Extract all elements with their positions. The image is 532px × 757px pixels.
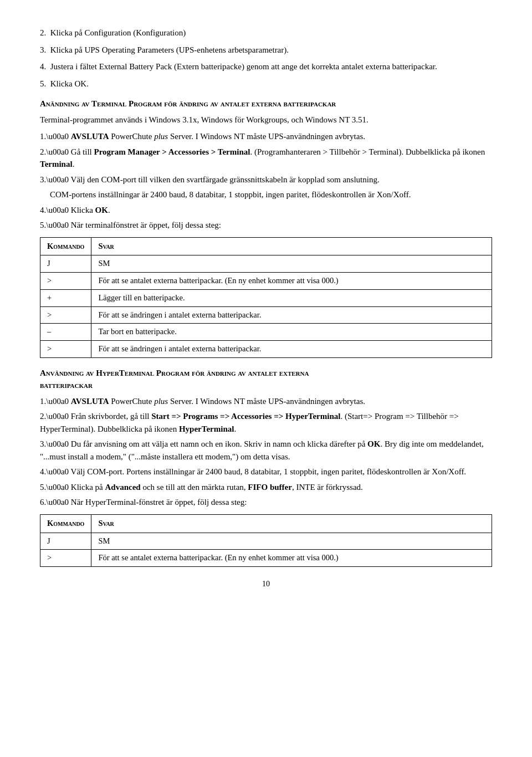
section2-step5: 5.\u00a0 Klicka på Advanced och se till … — [40, 481, 492, 494]
section1-heading: Anändning av Terminal Program för ändrin… — [40, 98, 492, 110]
step-2: 2. Klicka på Configuration (Konfiguratio… — [40, 27, 492, 39]
cmd-cell: J — [40, 533, 91, 550]
section2-table: Kommando Svar J SM > För att se antalet … — [40, 514, 492, 567]
section1-step5: 5.\u00a0 När terminalfönstret är öppet, … — [40, 219, 492, 232]
section1-step3: 3.\u00a0 Välj den COM-port till vilken d… — [40, 173, 492, 186]
section1-table: Kommando Svar J SM > För att se antalet … — [40, 237, 492, 358]
section1-step4: 4.\u00a0 Klicka OK. — [40, 204, 492, 217]
cmd-cell: > — [40, 550, 91, 567]
resp-cell: Lägger till en batteripacke. — [91, 289, 492, 306]
table-row: > För att se ändringen i antalet externa… — [40, 306, 492, 324]
resp-cell: För att se ändringen i antalet externa b… — [91, 341, 492, 358]
resp-cell: Tar bort en batteripacke. — [91, 324, 492, 341]
section1-steps: 1.\u00a0 AVSLUTA PowerChute plus Server.… — [40, 130, 492, 232]
table-row: J SM — [40, 255, 492, 273]
document-content: 2. Klicka på Configuration (Konfiguratio… — [40, 27, 492, 590]
table2-col1-header: Kommando — [40, 514, 91, 533]
cmd-cell: > — [40, 341, 91, 358]
resp-cell: SM — [91, 533, 492, 550]
cmd-cell: > — [40, 306, 91, 324]
resp-cell: För att se antalet externa batteripackar… — [91, 273, 492, 290]
section-terminal: Anändning av Terminal Program för ändrin… — [40, 98, 492, 358]
table-row: + Lägger till en batteripacke. — [40, 289, 492, 306]
resp-cell: För att se ändringen i antalet externa b… — [91, 306, 492, 324]
section1-step2: 2.\u00a0 Gå till Program Manager > Acces… — [40, 146, 492, 171]
step-5: 5. Klicka OK. — [40, 78, 492, 90]
section2-steps: 1.\u00a0 AVSLUTA PowerChute plus Server.… — [40, 395, 492, 509]
table-row: – Tar bort en batteripacke. — [40, 324, 492, 341]
section2-step1: 1.\u00a0 AVSLUTA PowerChute plus Server.… — [40, 395, 492, 408]
section1-step1: 1.\u00a0 AVSLUTA PowerChute plus Server.… — [40, 130, 492, 143]
section2-step2: 2.\u00a0 Från skrivbordet, gå till Start… — [40, 410, 492, 435]
section2-step6: 6.\u00a0 När HyperTerminal-fönstret är ö… — [40, 496, 492, 509]
section1-intro: Terminal-programmet används i Windows 3.… — [40, 114, 492, 126]
section2-step4: 4.\u00a0 Välj COM-port. Portens inställn… — [40, 466, 492, 478]
step-4: 4. Justera i fältet External Battery Pac… — [40, 60, 492, 73]
section1-step-extra: COM-portens inställningar är 2400 baud, … — [50, 188, 492, 201]
table-row: > För att se antalet externa batteripack… — [40, 550, 492, 567]
table-row: > För att se ändringen i antalet externa… — [40, 341, 492, 358]
cmd-cell: – — [40, 324, 91, 341]
resp-cell: För att se antalet externa batteripackar… — [91, 550, 492, 567]
section2-step3: 3.\u00a0 Du får anvisning om att välja e… — [40, 438, 492, 463]
section2-heading: Användning av HyperTerminal Program för … — [40, 367, 492, 392]
table-row: > För att se antalet externa batteripack… — [40, 273, 492, 290]
table2-col2-header: Svar — [91, 514, 492, 533]
step-3: 3. Klicka på UPS Operating Parameters (U… — [40, 44, 492, 57]
resp-cell: SM — [91, 255, 492, 273]
table-row: J SM — [40, 533, 492, 550]
cmd-cell: + — [40, 289, 91, 306]
cmd-cell: > — [40, 273, 91, 290]
table1-col1-header: Kommando — [40, 237, 91, 255]
cmd-cell: J — [40, 255, 91, 273]
page-number: 10 — [40, 578, 492, 590]
section-hyperterminal: Användning av HyperTerminal Program för … — [40, 367, 492, 567]
table1-col2-header: Svar — [91, 237, 492, 255]
